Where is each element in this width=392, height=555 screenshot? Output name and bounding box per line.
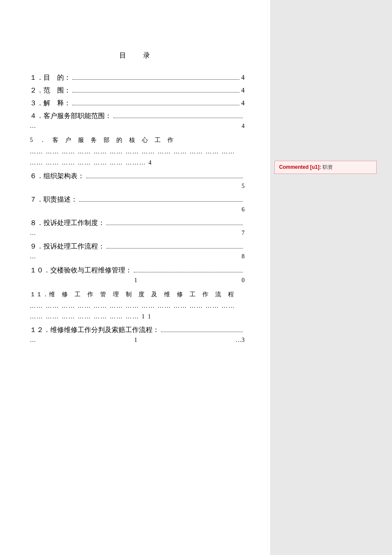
toc-entry7-page: 6 bbox=[242, 204, 245, 215]
toc-entry-1: １．目 的： 4 bbox=[30, 73, 245, 82]
toc-dots-10 bbox=[134, 266, 243, 272]
toc-label-1: １．目 的： bbox=[30, 73, 71, 82]
toc-label-12: １２．维修维修工作分判及索赔工作流程： bbox=[30, 326, 159, 335]
document-area: 目 录 １．目 的： 4 ２．范 围： 4 ３．解 释： 4 bbox=[0, 0, 270, 555]
toc-entry6-page: 5 bbox=[242, 181, 245, 191]
toc-entry-9: ９．投诉处理工作流程： … 8 bbox=[30, 242, 245, 262]
toc-label-11: １１．维 修 工 作 管 理 制 度 及 维 修 工 作 流 程 bbox=[30, 291, 234, 298]
toc-label-8: ８．投诉处理工作制度： bbox=[30, 219, 105, 228]
toc-label-5: 5 ． 客 户 服 务 部 的 核 心 工 作 bbox=[30, 137, 174, 143]
toc-dots-1 bbox=[72, 73, 239, 80]
toc-page-2: 4 bbox=[241, 87, 245, 94]
toc-entry12-cont1: … bbox=[30, 335, 36, 345]
toc-entry-5: 5 ． 客 户 服 务 部 的 核 心 工 作 …… …… …… …… …… …… bbox=[30, 135, 245, 168]
toc-entry8-page: 7 bbox=[242, 228, 245, 238]
toc-dots-3 bbox=[72, 98, 239, 105]
comment-box: Commented [u1]: 职资 bbox=[274, 161, 377, 174]
toc-dots-2 bbox=[72, 86, 239, 92]
toc-entry12-cont2: … bbox=[236, 335, 242, 345]
toc-entry4-cont: … bbox=[30, 121, 36, 131]
toc-entry-4: ４．客户服务部职能范围： … 4 bbox=[30, 111, 245, 131]
doc-title: 目 录 bbox=[30, 51, 245, 60]
toc-label-9: ９．投诉处理工作流程： bbox=[30, 242, 105, 251]
toc-entry9-page: 8 bbox=[242, 251, 245, 262]
toc-entry-7: ７．职责描述： 6 bbox=[30, 195, 245, 215]
toc-entry-12: １２．维修维修工作分判及索赔工作流程： … 1 … 3 bbox=[30, 325, 245, 345]
toc-entry4-page: 4 bbox=[242, 121, 245, 131]
toc-entry-2: ２．范 围： 4 bbox=[30, 86, 245, 95]
toc-dots-8 bbox=[107, 218, 243, 225]
toc-dots-4 bbox=[113, 111, 243, 118]
toc-label-2: ２．范 围： bbox=[30, 86, 71, 95]
toc-entry-11: １１．维 修 工 作 管 理 制 度 及 维 修 工 作 流 程 …… …… …… bbox=[30, 289, 245, 322]
toc-dots-12 bbox=[161, 325, 243, 332]
toc-dots-6 bbox=[86, 171, 243, 178]
toc-label-3: ３．解 释： bbox=[30, 99, 71, 108]
toc-page-3: 4 bbox=[241, 99, 245, 107]
page-wrapper: 目 录 １．目 的： 4 ２．范 围： 4 ３．解 释： 4 bbox=[0, 0, 392, 555]
toc-label-6: ６．组织架构表： bbox=[30, 172, 84, 181]
toc-entry12-page: 3 bbox=[242, 335, 245, 345]
toc-label-4: ４．客户服务部职能范围： bbox=[30, 112, 112, 121]
toc-entry12-mid: 1 bbox=[36, 335, 236, 345]
toc-entry10-page: 0 bbox=[242, 275, 245, 286]
toc-entry-10: １０．交楼验收与工程维修管理： 1 0 bbox=[30, 266, 245, 286]
toc-entry10-mid: 1 bbox=[30, 275, 242, 286]
toc-dots-7 bbox=[79, 195, 243, 202]
sidebar-area: Commented [u1]: 职资 bbox=[270, 0, 392, 555]
toc-dots-5: …… …… …… …… …… …… …… …… …… …… …… …… …… …… bbox=[30, 148, 235, 165]
comment-label: Commented [u1]: bbox=[279, 164, 321, 170]
toc-entry8-cont: … bbox=[30, 228, 36, 238]
toc-dots-11: …… …… …… …… …… …… …… …… …… …… …… …… …… …… bbox=[30, 303, 235, 320]
toc-entry9-cont: … bbox=[30, 251, 36, 262]
toc-label-7: ７．职责描述： bbox=[30, 195, 78, 204]
toc-entry-8: ８．投诉处理工作制度： … 7 bbox=[30, 218, 245, 238]
toc-page-1: 4 bbox=[241, 74, 245, 81]
toc-label-10: １０．交楼验收与工程维修管理： bbox=[30, 266, 132, 275]
comment-text: 职资 bbox=[323, 164, 333, 170]
toc-entry-3: ３．解 释： 4 bbox=[30, 98, 245, 108]
toc-dots-9 bbox=[107, 242, 243, 249]
toc-entry-6: ６．组织架构表： 5 bbox=[30, 171, 245, 191]
